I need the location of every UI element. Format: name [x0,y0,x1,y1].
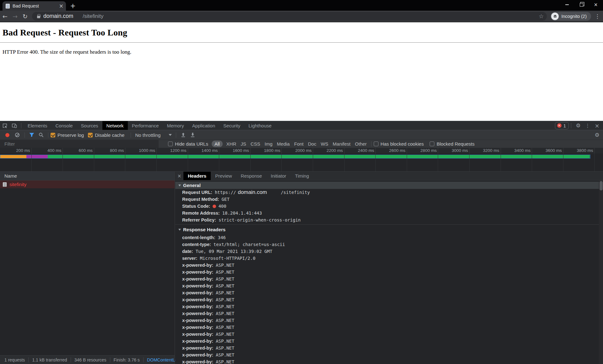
timeline-ruler: 200 ms400 ms600 ms800 ms1000 ms1200 ms14… [0,148,603,153]
devtools-tab-application[interactable]: Application [188,121,219,130]
devtools-tab-memory[interactable]: Memory [163,121,188,130]
filter-type-js[interactable]: JS [241,141,246,147]
header-value: ASP.NET [216,283,234,288]
incognito-badge[interactable]: Incognito (2) [551,12,591,21]
filter-funnel-icon[interactable] [27,130,36,140]
request-list-panel: Name sitefinity 1 requests1.1 kB transfe… [0,172,175,364]
status-item: 1.1 kB transferred [29,357,71,362]
reload-button[interactable]: ↻ [20,12,30,21]
devtools-tab-network[interactable]: Network [102,121,128,130]
window-close-button[interactable]: × [589,0,603,9]
forward-button[interactable]: → [10,12,20,21]
timeline-tick-label: 2200 ms [318,148,343,153]
timeline-tick-line [594,148,595,153]
timeline-tick-line [250,148,251,153]
browser-menu-icon[interactable]: ⋮ [594,13,601,19]
preserve-log-checkbox[interactable] [51,133,55,137]
response-header-row: x-powered-by:ASP.NET [175,269,599,276]
response-headers-section-header[interactable]: Response Headers [175,226,599,233]
search-icon[interactable] [36,130,46,140]
response-header-row: date:Tue, 09 Mar 2021 13:39:02 GMT [175,248,599,255]
timeline-tick-label: 200 ms [5,148,30,153]
header-value: 18.204.1.41:443 [222,211,262,216]
export-har-icon[interactable] [188,130,197,140]
overview-grid-line [156,153,157,171]
name-column-header[interactable]: Name [0,172,175,180]
response-header-row: x-powered-by:ASP.NET [175,296,599,303]
scrollbar-thumb[interactable] [600,181,603,190]
devtools-tab-lighthouse[interactable]: Lighthouse [244,121,275,130]
network-settings-icon[interactable]: ⚙ [592,130,602,140]
back-button[interactable]: ← [0,12,10,21]
devtools-tab-performance[interactable]: Performance [128,121,163,130]
url-path: /sitefinity [281,190,310,195]
hide-data-urls-checkbox[interactable] [168,142,173,146]
general-row: Status Code:400 [175,203,599,210]
details-scrollbar[interactable] [599,180,603,364]
header-label: x-powered-by: [182,352,213,357]
record-network-log-button[interactable] [5,133,9,137]
devtools-settings-icon[interactable]: ⚙ [573,121,583,130]
detail-tab-response[interactable]: Response [236,172,267,180]
timeline-tick-line [188,148,188,153]
window-restore-button[interactable] [574,0,589,9]
devtools-tab-console[interactable]: Console [52,121,77,130]
header-label: Referrer Policy: [182,217,216,222]
blocked-requests-checkbox[interactable] [430,142,434,146]
devtools-tab-bar: ElementsConsoleSourcesNetworkPerformance… [0,121,603,130]
filter-type-other[interactable]: Other [355,141,367,147]
header-label: x-powered-by: [182,276,213,281]
devtools-tab-sources[interactable]: Sources [77,121,102,130]
filter-type-css[interactable]: CSS [251,141,260,147]
import-har-icon[interactable] [178,130,188,140]
detail-tab-timing[interactable]: Timing [291,172,313,180]
header-label: x-powered-by: [182,325,213,330]
filter-type-manifest[interactable]: Manifest [333,141,350,147]
timeline-tick-line [532,148,532,153]
disable-cache-checkbox[interactable] [88,133,93,137]
resource-type-filters: AllXHRJSCSSImgMediaFontDocWSManifestOthe… [210,141,369,147]
network-filter-input[interactable] [0,140,159,148]
request-row-sitefinity[interactable]: sitefinity [0,180,175,188]
filter-type-all[interactable]: All [212,141,223,147]
header-value: Microsoft-HTTPAPI/2.0 [200,256,255,261]
error-page-body: HTTP Error 400. The size of the request … [3,49,603,55]
header-label: x-powered-by: [182,359,213,364]
devtools-tab-elements[interactable]: Elements [24,121,52,130]
details-tab-bar: × HeadersPreviewResponseInitiatorTiming [175,172,603,180]
secure-lock-icon[interactable] [37,16,40,18]
filter-type-doc[interactable]: Doc [308,141,316,147]
filter-type-ws[interactable]: WS [321,141,328,147]
devtools-menu-icon[interactable]: ⋮ [583,121,592,130]
detail-tab-preview[interactable]: Preview [211,172,236,180]
network-overview[interactable] [0,153,603,172]
filter-type-font[interactable]: Font [294,141,303,147]
timeline-tick-line [94,148,94,153]
has-blocked-cookies-checkbox[interactable] [374,142,378,146]
general-section-header[interactable]: General [175,182,599,189]
window-minimize-button[interactable] [560,0,574,9]
device-toolbar-icon[interactable] [9,121,19,130]
timeline-tick-label: 1000 ms [130,148,155,153]
devtools-close-icon[interactable]: × [592,121,602,130]
close-details-icon[interactable]: × [175,173,183,179]
devtools-tab-security[interactable]: Security [219,121,244,130]
address-bar[interactable]: domain.com /sitefinity ☆ [32,12,547,21]
inspect-element-icon[interactable] [0,121,9,130]
new-tab-button[interactable]: + [68,2,77,10]
incognito-label: Incognito (2) [561,14,587,19]
clear-network-log-button[interactable] [15,133,19,137]
throttling-dropdown[interactable]: No throttling [133,132,174,138]
tab-close-icon[interactable]: × [59,3,63,9]
detail-tab-headers[interactable]: Headers [183,172,211,180]
detail-tab-initiator[interactable]: Initiator [266,172,291,180]
filter-type-media[interactable]: Media [277,141,290,147]
filter-type-xhr[interactable]: XHR [226,141,236,147]
header-value: 346 [218,235,226,240]
browser-tab[interactable]: Bad Request × [3,1,66,11]
console-error-badge[interactable]: ✕ 1 [555,122,569,129]
url-domain: domain.com [238,189,267,195]
filter-type-img[interactable]: Img [265,141,273,147]
timeline-tick-line [313,148,313,153]
bookmark-star-icon[interactable]: ☆ [539,13,544,19]
